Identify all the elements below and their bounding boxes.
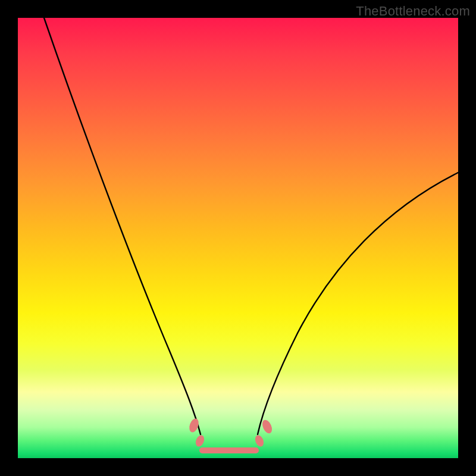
watermark-text: TheBottleneck.com <box>356 4 470 19</box>
left-curve <box>44 18 201 434</box>
marker-left-lower <box>194 434 206 447</box>
curve-layer <box>18 18 458 458</box>
plot-area <box>18 18 458 458</box>
right-curve <box>258 173 458 434</box>
chart-frame: TheBottleneck.com <box>0 0 476 476</box>
marker-right-lower <box>253 434 265 447</box>
marker-right-upper <box>261 418 274 435</box>
